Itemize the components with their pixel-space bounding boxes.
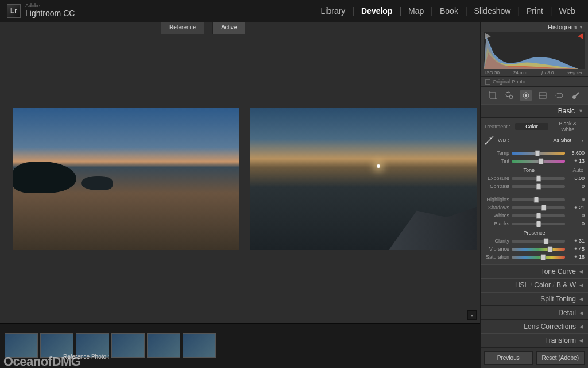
chevron-left-icon: ◀	[579, 324, 583, 329]
active-photo[interactable]	[250, 108, 477, 250]
nav-slideshow[interactable]: Slideshow	[469, 6, 517, 16]
treatment-bw[interactable]: Black & White	[551, 120, 585, 133]
contrast-label: Contrast	[484, 183, 509, 189]
clarity-slider[interactable]	[512, 240, 565, 243]
filmstrip-thumb[interactable]	[183, 334, 216, 358]
reference-tab[interactable]: Reference	[161, 22, 204, 34]
contrast-slider[interactable]	[512, 185, 565, 188]
brush-tool-icon[interactable]	[570, 90, 582, 101]
develop-panel: Histogram▼ ISO 50 24 mm ƒ / 8.0 ¹⁄₁₂₅ se…	[480, 22, 588, 368]
basic-section-header[interactable]: Basic▼	[481, 104, 588, 118]
exposure-label: Exposure	[484, 175, 509, 181]
tool-strip	[481, 87, 588, 104]
tonecurve-section-header[interactable]: Tone Curve◀	[481, 264, 588, 278]
wb-dropdown[interactable]: As Shot	[513, 137, 578, 143]
svg-point-11	[485, 143, 487, 145]
blacks-label: Blacks	[484, 221, 509, 227]
chevron-left-icon: ◀	[579, 282, 583, 288]
original-photo-toggle[interactable]: Original Photo	[481, 77, 588, 87]
lens-corrections-section-header[interactable]: Lens Corrections◀	[481, 320, 588, 334]
whites-value[interactable]: 0	[567, 213, 585, 218]
saturation-slider[interactable]	[512, 256, 565, 259]
gradient-tool-icon[interactable]	[537, 90, 548, 101]
module-nav: Library| Develop| Map| Book| Slideshow| …	[315, 6, 581, 16]
histogram-header[interactable]: Histogram▼	[481, 22, 588, 32]
saturation-value[interactable]: + 18	[567, 254, 585, 260]
radial-tool-icon[interactable]	[554, 90, 565, 101]
exif-iso: ISO 50	[485, 70, 500, 75]
filmstrip-thumb[interactable]	[147, 334, 180, 358]
split-toning-section-header[interactable]: Split Toning◀	[481, 292, 588, 306]
highlights-slider[interactable]	[512, 198, 565, 201]
filmstrip-thumb[interactable]	[111, 334, 145, 358]
chevron-down-icon: ▼	[578, 108, 583, 114]
treatment-color[interactable]: Color	[515, 123, 549, 130]
filmstrip: Reference Photo : OceanofDMG	[0, 323, 480, 368]
exif-shutter: ¹⁄₁₂₅ sec	[567, 70, 583, 75]
active-tab[interactable]: Active	[212, 22, 245, 34]
shadows-value[interactable]: + 21	[567, 205, 585, 210]
crop-tool-icon[interactable]	[487, 90, 498, 101]
temp-value[interactable]: 5,600	[567, 150, 585, 156]
previous-button[interactable]: Previous	[484, 351, 533, 365]
tint-value[interactable]: + 13	[567, 158, 585, 164]
redeye-tool-icon[interactable]	[520, 90, 532, 101]
blacks-slider[interactable]	[512, 223, 565, 225]
svg-point-5	[525, 94, 527, 97]
tint-slider[interactable]	[512, 160, 565, 163]
exposure-slider[interactable]	[512, 177, 565, 180]
watermark-text: OceanofDMG	[3, 354, 80, 368]
svg-point-3	[509, 95, 513, 99]
highlights-value[interactable]: – 9	[567, 197, 585, 202]
exposure-value[interactable]: 0.00	[567, 175, 585, 181]
vibrance-slider[interactable]	[512, 248, 565, 251]
wb-label: WB :	[498, 137, 509, 143]
vibrance-value[interactable]: + 45	[567, 246, 585, 252]
svg-point-8	[556, 93, 563, 98]
saturation-label: Saturation	[484, 254, 509, 260]
reference-photo[interactable]	[13, 108, 239, 250]
blacks-value[interactable]: 0	[567, 221, 585, 227]
shadows-slider[interactable]	[512, 206, 565, 209]
exif-aperture: ƒ / 8.0	[541, 70, 554, 75]
app-logo: Lr	[7, 4, 21, 18]
app-name: Lightroom CC	[25, 9, 75, 18]
chevron-left-icon: ◀	[579, 310, 583, 316]
tone-label: Tone	[485, 167, 572, 173]
checkbox-icon[interactable]	[485, 79, 490, 85]
clarity-value[interactable]: + 31	[567, 238, 585, 244]
transform-section-header[interactable]: Transform◀	[481, 334, 588, 347]
basic-panel: Treatment : Color Black & White WB : As …	[481, 118, 588, 264]
eyedropper-icon[interactable]	[484, 135, 494, 145]
main-canvas: Reference Active ▾ Reference Photo : Oce…	[0, 22, 480, 368]
chevron-left-icon: ◀	[579, 296, 583, 302]
nav-map[interactable]: Map	[403, 6, 430, 16]
reset-button[interactable]: Reset (Adobe)	[536, 351, 585, 365]
chevron-left-icon: ◀	[579, 269, 583, 274]
temp-label: Temp	[484, 150, 509, 156]
svg-line-10	[575, 93, 579, 96]
nav-book[interactable]: Book	[434, 6, 464, 16]
highlights-label: Highlights	[484, 197, 509, 202]
soft-proof-toggle[interactable]: ▾	[467, 310, 477, 320]
nav-web[interactable]: Web	[553, 6, 581, 16]
chevron-left-icon: ◀	[579, 338, 583, 343]
contrast-value[interactable]: 0	[567, 183, 585, 189]
temp-slider[interactable]	[512, 152, 565, 155]
histogram[interactable]	[484, 32, 585, 69]
spot-tool-icon[interactable]	[504, 90, 515, 101]
chevron-down-icon: ▼	[579, 25, 583, 30]
chevron-down-icon: ▼	[581, 139, 585, 143]
clarity-label: Clarity	[484, 238, 509, 244]
treatment-label: Treatment :	[484, 124, 510, 129]
whites-slider[interactable]	[512, 214, 565, 217]
nav-develop[interactable]: Develop	[355, 6, 398, 16]
hsl-section-header[interactable]: HSL / Color / B & W ◀	[481, 278, 588, 292]
nav-print[interactable]: Print	[521, 6, 549, 16]
exif-row: ISO 50 24 mm ƒ / 8.0 ¹⁄₁₂₅ sec	[481, 69, 588, 77]
vibrance-label: Vibrance	[484, 246, 509, 252]
nav-library[interactable]: Library	[315, 6, 351, 16]
title-bar: Lr Adobe Lightroom CC Library| Develop| …	[0, 0, 588, 22]
auto-tone-button[interactable]: Auto	[572, 167, 583, 173]
detail-section-header[interactable]: Detail◀	[481, 306, 588, 320]
